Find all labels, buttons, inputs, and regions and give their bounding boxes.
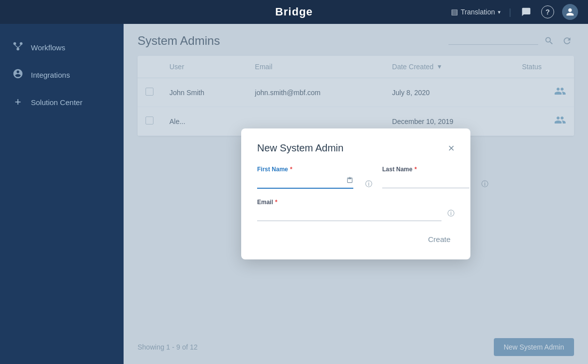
new-admin-modal: New System Admin × First Name * xyxy=(241,128,470,259)
content-area: System Admins Us xyxy=(124,24,588,364)
clipboard-icon xyxy=(346,177,353,185)
email-help-icon[interactable]: ⓘ xyxy=(447,209,454,218)
modal-title: New System Admin xyxy=(257,142,343,154)
first-name-label: First Name * xyxy=(257,166,353,173)
translation-window-icon: ▤ xyxy=(451,7,458,16)
create-button[interactable]: Create xyxy=(424,233,454,245)
svg-point-0 xyxy=(13,42,16,45)
app-header: Bridge ▤ Translation ▾ | ? xyxy=(0,0,588,24)
integrations-icon xyxy=(12,68,24,82)
first-name-group: First Name * xyxy=(257,166,353,189)
translation-menu[interactable]: ▤ Translation ▾ xyxy=(451,7,501,16)
sidebar: Workflows Integrations + Solution Center xyxy=(0,24,124,364)
header-title: Bridge xyxy=(275,5,313,18)
sidebar-item-solution-center[interactable]: + Solution Center xyxy=(0,89,124,116)
last-name-input[interactable] xyxy=(382,176,469,186)
last-name-label: Last Name * xyxy=(382,166,469,173)
first-name-input-wrapper xyxy=(257,176,353,189)
svg-line-4 xyxy=(18,45,21,48)
chat-button[interactable] xyxy=(519,5,533,19)
modal-overlay: New System Admin × First Name * xyxy=(124,24,588,364)
email-group: Email * xyxy=(257,199,441,221)
translation-chevron-icon: ▾ xyxy=(498,9,501,15)
email-input-wrapper xyxy=(257,209,441,221)
modal-footer: Create xyxy=(257,233,454,245)
workflows-icon xyxy=(12,41,24,54)
workflows-label: Workflows xyxy=(31,43,65,52)
help-button[interactable]: ? xyxy=(541,5,554,18)
header-right: ▤ Translation ▾ | ? xyxy=(451,4,578,20)
user-avatar[interactable] xyxy=(562,4,578,20)
email-label: Email * xyxy=(257,199,441,206)
svg-point-1 xyxy=(20,42,22,45)
svg-line-3 xyxy=(15,45,18,48)
svg-point-2 xyxy=(16,48,19,51)
sidebar-item-workflows[interactable]: Workflows xyxy=(0,34,124,61)
last-name-group: Last Name * xyxy=(382,166,469,189)
modal-header: New System Admin × xyxy=(257,142,454,154)
modal-close-button[interactable]: × xyxy=(448,143,454,154)
solution-center-icon: + xyxy=(12,96,24,109)
main-layout: Workflows Integrations + Solution Center… xyxy=(0,24,588,364)
email-required: * xyxy=(275,199,278,206)
solution-center-label: Solution Center xyxy=(31,98,82,107)
email-input[interactable] xyxy=(257,209,441,219)
sidebar-item-integrations[interactable]: Integrations xyxy=(0,61,124,89)
last-name-required: * xyxy=(415,166,417,173)
email-form-row: Email * ⓘ xyxy=(257,199,454,221)
integrations-label: Integrations xyxy=(31,71,70,79)
last-name-help-icon[interactable]: ⓘ xyxy=(481,180,488,189)
name-form-row: First Name * ⓘ xyxy=(257,166,454,189)
last-name-input-wrapper xyxy=(382,176,469,188)
translation-label: Translation xyxy=(461,8,495,16)
first-name-input[interactable] xyxy=(257,176,344,186)
first-name-help-icon[interactable]: ⓘ xyxy=(365,180,372,189)
first-name-required: * xyxy=(290,166,293,173)
